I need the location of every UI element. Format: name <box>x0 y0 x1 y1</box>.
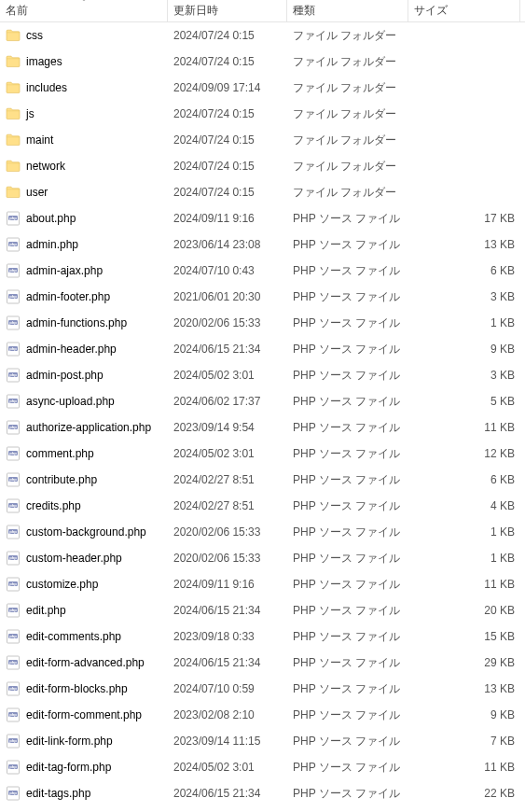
file-row[interactable]: phpcustom-header.php2020/02/06 15:33PHP … <box>0 545 525 571</box>
file-type-cell: PHP ソース ファイル <box>287 342 408 357</box>
file-row[interactable]: phpedit-form-blocks.php2024/07/10 0:59PH… <box>0 676 525 702</box>
file-name-label: authorize-application.php <box>26 421 151 434</box>
file-row[interactable]: phpedit-form-comment.php2023/02/08 2:10P… <box>0 702 525 728</box>
svg-text:php: php <box>9 581 17 586</box>
file-row[interactable]: phpedit.php2024/06/15 21:34PHP ソース ファイル2… <box>0 597 525 623</box>
file-row[interactable]: phpadmin-ajax.php2024/07/10 0:43PHP ソース … <box>0 258 525 284</box>
file-size-cell: 13 KB <box>408 682 520 695</box>
file-row[interactable]: network2024/07/24 0:15ファイル フォルダー <box>0 153 525 179</box>
file-date-cell: 2024/09/11 9:16 <box>168 578 287 591</box>
file-name-label: images <box>26 55 62 68</box>
file-size-cell: 15 KB <box>408 630 520 643</box>
file-row[interactable]: phpauthorize-application.php2023/09/14 9… <box>0 414 525 441</box>
file-row[interactable]: phpadmin.php2023/06/14 23:08PHP ソース ファイル… <box>0 231 525 258</box>
file-date-cell: 2024/06/15 21:34 <box>168 787 287 800</box>
svg-text:php: php <box>9 660 17 665</box>
file-row[interactable]: js2024/07/24 0:15ファイル フォルダー <box>0 101 525 127</box>
file-type-cell: PHP ソース ファイル <box>287 577 408 593</box>
file-name-cell: phpabout.php <box>0 211 168 226</box>
file-date-cell: 2024/07/24 0:15 <box>168 186 287 199</box>
file-row[interactable]: maint2024/07/24 0:15ファイル フォルダー <box>0 127 525 153</box>
file-name-label: about.php <box>26 212 76 225</box>
file-row[interactable]: phpadmin-header.php2024/06/15 21:34PHP ソ… <box>0 336 525 362</box>
file-name-cell: phpauthorize-application.php <box>0 420 168 435</box>
file-type-cell: PHP ソース ファイル <box>287 237 408 253</box>
file-name-label: js <box>26 107 35 120</box>
file-row[interactable]: css2024/07/24 0:15ファイル フォルダー <box>0 22 525 49</box>
file-name-label: admin-ajax.php <box>26 264 103 277</box>
svg-text:php: php <box>9 425 17 429</box>
file-name-cell: css <box>0 28 168 43</box>
file-row[interactable]: images2024/07/24 0:15ファイル フォルダー <box>0 49 525 75</box>
file-row[interactable]: phpedit-tag-form.php2024/05/02 3:01PHP ソ… <box>0 754 525 780</box>
file-name-label: includes <box>26 81 67 94</box>
file-type-cell: PHP ソース ファイル <box>287 263 408 279</box>
file-row[interactable]: phpadmin-post.php2024/05/02 3:01PHP ソース … <box>0 362 525 388</box>
file-date-cell: 2024/07/10 0:59 <box>168 682 287 695</box>
folder-icon <box>6 133 21 147</box>
file-name-label: edit-form-blocks.php <box>26 682 128 695</box>
file-size-cell: 11 KB <box>408 761 520 774</box>
php-file-icon: php <box>6 681 21 696</box>
php-file-icon: php <box>6 629 21 644</box>
file-name-cell: phpadmin-functions.php <box>0 315 168 330</box>
file-name-label: custom-header.php <box>26 552 122 565</box>
file-type-cell: ファイル フォルダー <box>287 185 408 201</box>
php-file-icon: php <box>6 655 21 670</box>
column-header-name[interactable]: 名前 ˄ <box>0 0 168 21</box>
file-row[interactable]: phpcustomize.php2024/09/11 9:16PHP ソース フ… <box>0 571 525 597</box>
file-type-cell: PHP ソース ファイル <box>287 315 408 331</box>
file-name-cell: phpedit-form-comment.php <box>0 707 168 722</box>
file-type-cell: PHP ソース ファイル <box>287 551 408 567</box>
file-size-cell: 1 KB <box>408 525 520 539</box>
file-name-label: customize.php <box>26 578 98 591</box>
file-name-cell: phpcustomize.php <box>0 577 168 592</box>
file-type-cell: PHP ソース ファイル <box>287 681 408 697</box>
file-row[interactable]: phpadmin-footer.php2021/06/01 20:30PHP ソ… <box>0 284 525 310</box>
php-file-icon: php <box>6 211 21 226</box>
php-file-icon: php <box>6 525 21 539</box>
file-row[interactable]: phpcredits.php2024/02/27 8:51PHP ソース ファイ… <box>0 493 525 519</box>
file-name-label: custom-background.php <box>26 525 146 539</box>
file-row[interactable]: includes2024/09/09 17:14ファイル フォルダー <box>0 75 525 101</box>
file-name-label: admin-functions.php <box>26 316 127 329</box>
svg-text:php: php <box>9 738 17 743</box>
php-file-icon: php <box>6 368 21 383</box>
folder-icon <box>6 28 21 43</box>
file-size-cell: 11 KB <box>408 578 520 591</box>
php-file-icon: php <box>6 472 21 487</box>
file-row[interactable]: phpadmin-functions.php2020/02/06 15:33PH… <box>0 310 525 336</box>
file-date-cell: 2024/05/02 3:01 <box>168 369 287 382</box>
php-file-icon: php <box>6 315 21 330</box>
column-header-size[interactable]: サイズ <box>408 0 520 21</box>
file-row[interactable]: phpedit-form-advanced.php2024/06/15 21:3… <box>0 650 525 676</box>
file-size-cell: 29 KB <box>408 656 520 669</box>
file-row[interactable]: phpasync-upload.php2024/06/02 17:37PHP ソ… <box>0 388 525 414</box>
column-header-date[interactable]: 更新日時 <box>168 0 287 21</box>
file-type-cell: PHP ソース ファイル <box>287 525 408 540</box>
svg-text:php: php <box>9 764 17 769</box>
file-type-cell: ファイル フォルダー <box>287 106 408 122</box>
file-row[interactable]: phpedit-link-form.php2023/09/14 11:15PHP… <box>0 728 525 754</box>
column-header-type[interactable]: 種類 <box>287 0 408 21</box>
file-row[interactable]: user2024/07/24 0:15ファイル フォルダー <box>0 179 525 205</box>
file-row[interactable]: phpabout.php2024/09/11 9:16PHP ソース ファイル1… <box>0 205 525 231</box>
file-size-cell: 11 KB <box>408 421 520 434</box>
file-date-cell: 2020/02/06 15:33 <box>168 525 287 539</box>
svg-text:php: php <box>9 268 17 273</box>
file-size-cell: 20 KB <box>408 604 520 617</box>
file-row[interactable]: phpcontribute.php2024/02/27 8:51PHP ソース … <box>0 467 525 493</box>
file-row[interactable]: phpcustom-background.php2020/02/06 15:33… <box>0 519 525 545</box>
file-size-cell: 1 KB <box>408 316 520 329</box>
file-size-cell: 1 KB <box>408 552 520 565</box>
column-header-type-label: 種類 <box>293 3 315 19</box>
file-row[interactable]: phpedit-comments.php2023/09/18 0:33PHP ソ… <box>0 623 525 650</box>
file-list: css2024/07/24 0:15ファイル フォルダーimages2024/0… <box>0 22 525 806</box>
file-row[interactable]: phpedit-tags.php2024/06/15 21:34PHP ソース … <box>0 780 525 806</box>
file-date-cell: 2024/09/11 9:16 <box>168 212 287 225</box>
svg-text:php: php <box>9 555 17 560</box>
svg-text:php: php <box>9 529 17 534</box>
file-name-cell: phpcontribute.php <box>0 472 168 487</box>
column-header-date-label: 更新日時 <box>173 3 218 19</box>
file-row[interactable]: phpcomment.php2024/05/02 3:01PHP ソース ファイ… <box>0 441 525 467</box>
